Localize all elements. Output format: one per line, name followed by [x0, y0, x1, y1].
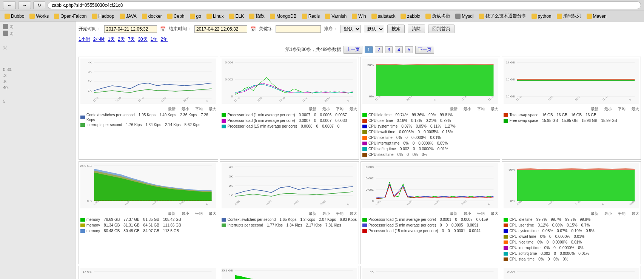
- page-4-button[interactable]: 4: [395, 46, 403, 53]
- clear-button[interactable]: 清除: [408, 25, 425, 33]
- bookmark-docker[interactable]: docker: [140, 13, 164, 20]
- graph-3: 50% 0% 12:05 22.04 8 22.04 12:05: [361, 57, 500, 160]
- folder-icon: [425, 14, 431, 19]
- legend-color: [222, 224, 226, 227]
- bookmark-zabbix[interactable]: zabbix: [398, 13, 422, 20]
- bookmark-redis[interactable]: Redis: [300, 13, 322, 20]
- legend-color: [362, 119, 367, 123]
- chart-svg-6: 4K 3K 2K 1K 12:05 15:00 18:00 21:00 8: [222, 163, 357, 208]
- bookmark-elk[interactable]: ELK: [227, 13, 247, 20]
- url-bar[interactable]: [48, 2, 641, 9]
- keyword-input[interactable]: [276, 25, 321, 33]
- sidebar-item-2[interactable]: 3): [0, 30, 75, 37]
- refresh-button[interactable]: ↻: [33, 2, 45, 9]
- bookmark-mysql[interactable]: Mysql: [453, 13, 476, 20]
- legend-row: memory 80.48 GB 80.48 GB 84.07 GB 113.5 …: [80, 228, 216, 234]
- folder-icon: [29, 14, 35, 19]
- legend-color: [504, 224, 508, 227]
- time-filter-1y[interactable]: 1年: [151, 36, 158, 43]
- home-button[interactable]: 回到首页: [428, 25, 454, 33]
- bookmark-ceph[interactable]: Ceph: [165, 13, 187, 20]
- start-time-input[interactable]: [104, 25, 157, 33]
- time-filter-30d[interactable]: 30天: [138, 36, 147, 43]
- time-filter-2d[interactable]: 2天: [118, 36, 125, 43]
- folder-icon: [5, 14, 10, 19]
- sidebar-item-1[interactable]: 3): [0, 23, 75, 30]
- bookmark-label: python: [538, 14, 552, 19]
- time-filter-2h[interactable]: 2小时: [93, 36, 105, 43]
- bookmark-dubbo[interactable]: Dubbo: [2, 13, 26, 20]
- bookmark-works[interactable]: Works: [27, 13, 51, 20]
- bookmark-varnish[interactable]: Varnish: [323, 13, 349, 20]
- prev-page-button[interactable]: 上一页: [344, 46, 362, 54]
- bookmark-linux[interactable]: Linux: [204, 13, 226, 20]
- svg-text:0: 0: [372, 200, 374, 203]
- legend-header: 最新最小 平均最大: [504, 211, 639, 216]
- sidebar-item-4[interactable]: 0.30.: [0, 66, 75, 72]
- svg-text:50%: 50%: [508, 168, 515, 171]
- graph-10: 125.9 GB 0 B 12:05 22.04 0: [220, 266, 359, 279]
- bookmark-win[interactable]: Win: [350, 13, 368, 20]
- time-filter-2y[interactable]: 2年: [160, 36, 168, 43]
- bookmark-fzjh[interactable]: 负载均衡: [423, 12, 452, 20]
- pagination-info: 第1条到30条，共489条数据: [285, 46, 341, 53]
- sidebar-item-7[interactable]: 40.: [0, 85, 75, 91]
- chart-8-legend: 最新最小 平均最大 CPU idle time 99.7% 99.7% 99.7…: [504, 211, 639, 262]
- time-filter-7d[interactable]: 7天: [128, 36, 135, 43]
- bookmark-java[interactable]: JAVA: [117, 13, 139, 20]
- folder-icon: [479, 14, 484, 19]
- legend-text: CPU nice time 0% 0 0.0000% 0.01%: [510, 240, 582, 245]
- start-calendar-icon[interactable]: 📅: [160, 26, 166, 32]
- bookmark-xiaoleme[interactable]: 筱了么技术通告分享: [477, 12, 528, 20]
- sort-select1[interactable]: 默认: [340, 25, 361, 33]
- graph-4: 17 GB 16 GB 15 GB 12:05 15:00 18:00 21:0…: [502, 57, 641, 160]
- sidebar-text: 40.: [3, 85, 9, 90]
- chart-svg-12: 0.004 0.002 0 12:05 18:00 0: [504, 268, 639, 279]
- bookmark-maven[interactable]: Maven: [584, 13, 609, 20]
- time-filter-1h[interactable]: 1小时: [79, 36, 90, 43]
- legend-text: memory 81.34 GB 81.31 GB 84.61 GB 111.66…: [86, 223, 181, 228]
- sort-select2[interactable]: 默认: [364, 25, 384, 33]
- bookmark-label: zabbix: [407, 14, 420, 19]
- legend-color: [504, 229, 508, 233]
- forward-button[interactable]: →: [18, 2, 31, 9]
- back-button[interactable]: ←: [3, 2, 16, 9]
- sidebar-item-6[interactable]: .5: [0, 79, 75, 85]
- sidebar-item-8[interactable]: 5: [0, 98, 75, 104]
- legend-text: CPU steal time 0% 0 0% 0%: [368, 152, 427, 157]
- chart-2-legend: 最新最小 平均最大 Processor load (1 min average …: [222, 106, 357, 129]
- time-filter-1d[interactable]: 1天: [108, 36, 115, 43]
- svg-text:4K: 4K: [88, 61, 92, 64]
- bookmark-saltstack[interactable]: saltstack: [369, 13, 398, 20]
- bookmark-openfalcon[interactable]: Open-Falcon: [52, 13, 89, 20]
- bookmark-mongodb[interactable]: MongoDB: [268, 13, 299, 20]
- bookmark-label: saltstack: [378, 14, 396, 19]
- page-5-button[interactable]: 5: [405, 46, 413, 53]
- pagination-row: 第1条到30条，共489条数据 上一页 1 2 3 4 5 下一页: [79, 46, 641, 54]
- legend-row: Interrupts per second 1.77 Kips 1.34 Kip…: [222, 223, 357, 228]
- bookmark-python[interactable]: python: [529, 13, 554, 20]
- page-1-button[interactable]: 1: [365, 46, 373, 53]
- bookmark-label: Linux: [213, 14, 224, 19]
- svg-text:0%: 0%: [369, 95, 374, 98]
- search-button[interactable]: 搜索: [387, 25, 405, 33]
- sidebar-text: 3): [10, 31, 14, 35]
- bookmark-go[interactable]: go: [188, 13, 203, 20]
- legend-row: memory 81.34 GB 81.31 GB 84.61 GB 111.66…: [80, 223, 216, 228]
- legend-row: CPU nice time 0% 0 0.0000% 0.01%: [362, 135, 498, 140]
- end-time-input[interactable]: [194, 25, 247, 33]
- sidebar-text: 0.30.: [3, 67, 12, 72]
- sidebar-item-5[interactable]: .3: [0, 72, 75, 79]
- graph-11: 4K 3K 2K 1K 12:05 0 0: [361, 266, 500, 279]
- next-page-button[interactable]: 下一页: [415, 46, 434, 54]
- end-calendar-icon[interactable]: 📅: [250, 26, 256, 32]
- sidebar-item-3[interactable]: 采: [0, 44, 75, 51]
- page-3-button[interactable]: 3: [385, 46, 393, 53]
- bookmark-zhishu[interactable]: 指数: [247, 12, 267, 20]
- legend-row: CPU nice time 0% 0 0.0000% 0.01%: [504, 240, 639, 245]
- bookmark-message[interactable]: 消息队列: [555, 12, 584, 20]
- legend-text: CPU system time 0.07% 0.05% 0.11% 1.27%: [368, 124, 456, 129]
- svg-text:0.002: 0.002: [225, 78, 233, 81]
- bookmark-hadoop[interactable]: Hadoop: [90, 13, 117, 20]
- page-2-button[interactable]: 2: [375, 46, 383, 53]
